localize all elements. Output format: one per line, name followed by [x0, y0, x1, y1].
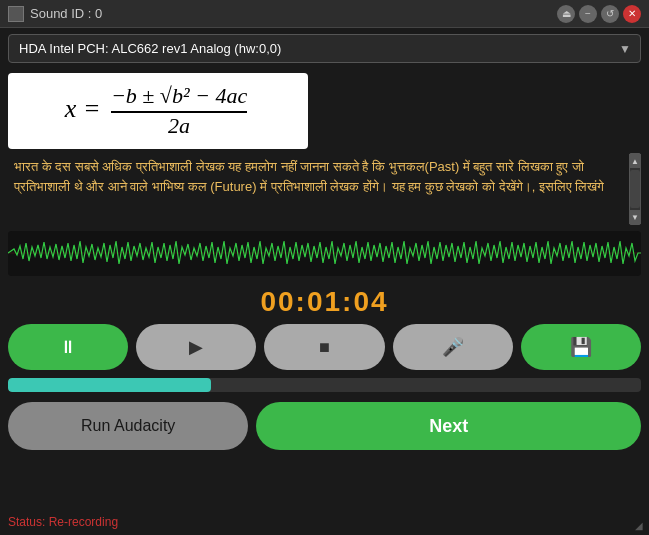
- title-bar-left: Sound ID : 0: [8, 6, 102, 22]
- scroll-down-button[interactable]: ▼: [629, 210, 641, 224]
- formula-box: x = −b ± √b² − 4ac 2a: [8, 73, 308, 149]
- eject-button[interactable]: ⏏: [557, 5, 575, 23]
- run-audacity-button[interactable]: Run Audacity: [8, 402, 248, 450]
- scrollbar: ▲ ▼: [629, 153, 641, 225]
- status-bar: Status: Re-recording: [8, 515, 118, 529]
- mic-icon: 🎤: [442, 336, 464, 358]
- text-area-container: भारत के दस सबसे अधिक प्रतिभाशाली लेखक यह…: [8, 153, 641, 225]
- window-title: Sound ID : 0: [30, 6, 102, 21]
- pause-icon: ⏸: [59, 337, 77, 358]
- save-icon: 💾: [570, 336, 592, 358]
- resize-handle-icon: ◢: [635, 520, 643, 531]
- progress-bar-container: [8, 378, 641, 392]
- dropdown-row: HDA Intel PCH: ALC662 rev1 Analog (hw:0,…: [0, 28, 649, 69]
- stop-button[interactable]: ■: [264, 324, 384, 370]
- save-button[interactable]: 💾: [521, 324, 641, 370]
- refresh-button[interactable]: ↺: [601, 5, 619, 23]
- play-button[interactable]: ▶: [136, 324, 256, 370]
- status-bar-right: ◢: [635, 520, 643, 531]
- next-button[interactable]: Next: [256, 402, 641, 450]
- pause-button[interactable]: ⏸: [8, 324, 128, 370]
- stop-icon: ■: [319, 337, 330, 358]
- progress-bar-fill: [8, 378, 211, 392]
- waveform-display: [8, 231, 641, 276]
- scrollbar-container: भारत के दस सबसे अधिक प्रतिभाशाली लेखक यह…: [8, 153, 641, 225]
- waveform-container: [8, 231, 641, 276]
- controls-row: ⏸ ▶ ■ 🎤 💾: [0, 324, 649, 370]
- scroll-up-button[interactable]: ▲: [629, 154, 641, 168]
- play-icon: ▶: [189, 336, 203, 358]
- scrollbar-thumb: [630, 170, 640, 208]
- window-controls: ⏏ − ↺ ✕: [557, 5, 641, 23]
- app-icon: [8, 6, 24, 22]
- device-dropdown[interactable]: HDA Intel PCH: ALC662 rev1 Analog (hw:0,…: [8, 34, 641, 63]
- device-dropdown-container: HDA Intel PCH: ALC662 rev1 Analog (hw:0,…: [8, 34, 641, 63]
- mic-button[interactable]: 🎤: [393, 324, 513, 370]
- title-bar: Sound ID : 0 ⏏ − ↺ ✕: [0, 0, 649, 28]
- formula-display: x = −b ± √b² − 4ac 2a: [65, 83, 251, 139]
- timer-display: 00:01:04: [0, 278, 649, 324]
- status-text: Status: Re-recording: [8, 515, 118, 529]
- bottom-buttons: Run Audacity Next: [0, 396, 649, 456]
- minimize-button[interactable]: −: [579, 5, 597, 23]
- hindi-text-display: भारत के दस सबसे अधिक प्रतिभाशाली लेखक यह…: [8, 153, 629, 225]
- close-button[interactable]: ✕: [623, 5, 641, 23]
